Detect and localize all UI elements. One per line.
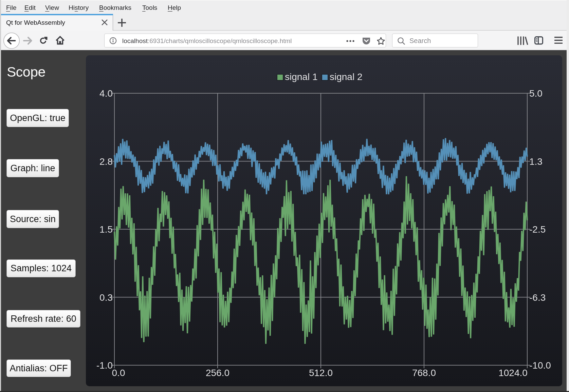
svg-text:512.0: 512.0 [309,368,333,378]
svg-text:0.3: 0.3 [99,292,113,303]
svg-text:2.8: 2.8 [99,156,113,167]
svg-text:-6.3: -6.3 [529,292,546,303]
svg-text:1.3: 1.3 [529,156,543,167]
svg-text:768.0: 768.0 [412,368,436,378]
svg-text:5.0: 5.0 [529,88,543,99]
svg-text:1024.0: 1024.0 [498,368,528,378]
svg-text:-10.0: -10.0 [529,360,551,371]
svg-text:signal 1: signal 1 [285,72,318,82]
svg-text:-2.5: -2.5 [529,224,546,235]
svg-text:0.0: 0.0 [112,368,125,378]
svg-text:1.5: 1.5 [99,224,113,235]
svg-text:signal 2: signal 2 [330,72,363,82]
svg-text:-1.0: -1.0 [96,360,113,371]
svg-text:4.0: 4.0 [99,88,113,99]
svg-text:256.0: 256.0 [206,368,230,378]
